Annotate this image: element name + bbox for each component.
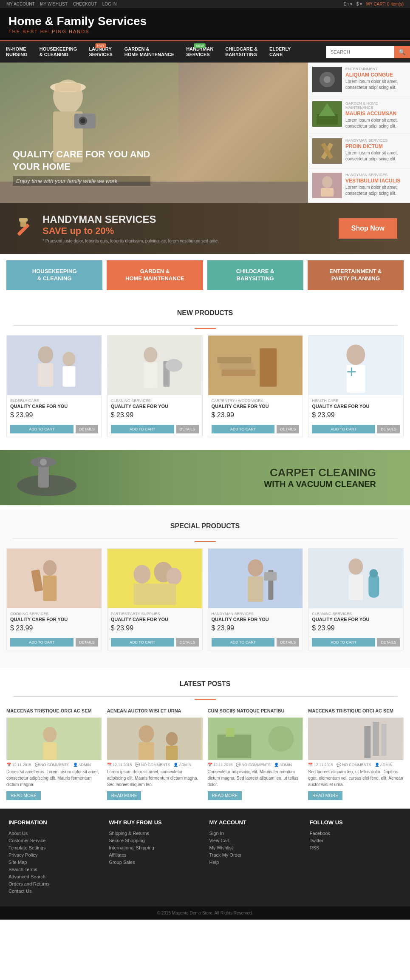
sidebar-text-3: Lorem ipsum dolor sit amet, consectetur …: [345, 185, 406, 197]
currency-selector[interactable]: $ ▾: [356, 2, 362, 6]
special-details-0[interactable]: DETAILS: [76, 638, 98, 647]
read-more-3[interactable]: READ MORE: [308, 791, 342, 800]
login-link[interactable]: LOG IN: [102, 2, 117, 6]
nav-item-childcare[interactable]: CHILDCARE & BABYSITTING: [219, 41, 263, 63]
special-add-to-cart-3[interactable]: ADD TO CART: [312, 638, 375, 647]
svg-rect-79: [373, 722, 379, 756]
nav-item-housekeeping[interactable]: HOUSEKEEPING & CLEANING: [34, 41, 83, 63]
special-details-3[interactable]: DETAILS: [377, 638, 400, 647]
special-product-cat-1: PARTIES/PARTY SUPPLIES: [111, 612, 199, 616]
product-name-3: QUALITY CARE FOR YOU: [312, 404, 400, 409]
add-to-cart-1[interactable]: ADD TO CART: [111, 425, 174, 433]
special-products-inner: SPECIAL PRODUCTS COOKING SERVICES QUALIT…: [0, 510, 410, 659]
sidebar-item-2: HANDYMAN SERVICES PROIN DICTUM Lorem ips…: [308, 134, 410, 168]
my-account-link[interactable]: MY ACCOUNT: [6, 2, 35, 6]
shop-now-button[interactable]: Shop Now: [339, 218, 397, 239]
new-product-1: CLEANING SERVICES QUALITY CARE FOR YOU $…: [107, 335, 203, 437]
svg-rect-78: [309, 718, 403, 760]
special-add-to-cart-2[interactable]: ADD TO CART: [212, 638, 275, 647]
cart-info[interactable]: MY CART: 0 item(s): [366, 2, 404, 6]
footer-link-template[interactable]: Template Settings: [8, 845, 100, 850]
footer-link-about[interactable]: About Us: [8, 831, 100, 836]
sidebar-title-0[interactable]: ALIQUAM CONGUE: [345, 72, 406, 78]
nav-link-housekeeping[interactable]: HOUSEKEEPING & CLEANING: [34, 41, 83, 63]
footer-col-title-3: FOLLOW US: [310, 819, 402, 826]
post-title-1: AENEAN AUCTOR WISI ET URNA: [107, 706, 203, 715]
svg-point-26: [62, 352, 75, 366]
footer-link-shipping[interactable]: Shipping & Returns: [109, 831, 201, 836]
checkout-link[interactable]: CHECKOUT: [73, 2, 97, 6]
svg-point-48: [43, 560, 57, 575]
footer-link-groupsales[interactable]: Group Sales: [109, 860, 201, 865]
footer-link-rss[interactable]: RSS: [310, 845, 402, 850]
cat-box-housekeeping[interactable]: HOUSEKEEPING & CLEANING: [6, 260, 102, 290]
product-price-0: $ 23.99: [10, 411, 98, 419]
footer-link-sitemap[interactable]: Site Map: [8, 860, 100, 865]
top-bar-right: En ▾ $ ▾ MY CART: 0 item(s): [344, 2, 404, 6]
footer-link-wishlist[interactable]: My Wishlist: [209, 845, 301, 850]
add-to-cart-3[interactable]: ADD TO CART: [312, 425, 375, 433]
svg-point-72: [166, 732, 178, 746]
nav-item-handyman[interactable]: NEW HANDYMAN SERVICES: [180, 41, 219, 63]
special-add-to-cart-0[interactable]: ADD TO CART: [10, 638, 74, 647]
special-add-to-cart-1[interactable]: ADD TO CART: [111, 638, 174, 647]
language-selector[interactable]: En ▾: [344, 2, 352, 6]
footer-link-affiliates[interactable]: Affiliates: [109, 852, 201, 858]
nav-link-elderly[interactable]: ELDERLY CARE: [263, 41, 297, 63]
search-input[interactable]: [326, 46, 394, 58]
special-product-name-3: QUALITY CARE FOR YOU: [312, 617, 400, 622]
footer-link-customer[interactable]: Customer Service: [8, 838, 100, 843]
svg-point-10: [324, 76, 331, 83]
footer-link-secure[interactable]: Secure Shopping: [109, 838, 201, 843]
footer-link-advancedsearch[interactable]: Advanced Search: [8, 874, 100, 879]
details-0[interactable]: DETAILS: [76, 425, 98, 433]
add-to-cart-2[interactable]: ADD TO CART: [212, 425, 275, 433]
nav-item-laundry[interactable]: HOT LAUNDRY SERVICES: [83, 41, 118, 63]
footer-link-trackorder[interactable]: Track My Order: [209, 852, 301, 858]
footer-link-orders[interactable]: Orders and Returns: [8, 881, 100, 886]
special-product-img-cooking: [7, 549, 102, 608]
sidebar-title-2[interactable]: PROIN DICTUM: [345, 143, 406, 149]
details-2[interactable]: DETAILS: [277, 425, 299, 433]
details-3[interactable]: DETAILS: [377, 425, 400, 433]
footer-link-searchterms[interactable]: Search Terms: [8, 867, 100, 872]
nav-item-elderly[interactable]: ELDERLY CARE: [263, 41, 297, 63]
sidebar-cat-1: GARDEN & HOME MAINTENANCE: [345, 101, 406, 110]
cat-box-entertainment[interactable]: ENTERTAINMENT & PARTY PLANNING: [308, 260, 404, 290]
product-actions-0: ADD TO CART DETAILS: [7, 425, 102, 437]
nav-item-inhome[interactable]: IN-HOME NURSING: [0, 41, 34, 63]
footer-link-viewcart[interactable]: View Cart: [209, 838, 301, 843]
read-more-0[interactable]: READ MORE: [6, 791, 41, 800]
sidebar-title-3[interactable]: VESTIBULUM IACULIS: [345, 178, 406, 184]
search-button[interactable]: 🔍: [394, 46, 410, 58]
footer-link-privacy[interactable]: Privacy Policy: [8, 852, 100, 858]
footer-link-twitter[interactable]: Twitter: [310, 838, 402, 843]
sidebar-text-2: Lorem ipsum dolor sit amet, consectetur …: [345, 150, 406, 162]
add-to-cart-0[interactable]: ADD TO CART: [10, 425, 74, 433]
special-details-2[interactable]: DETAILS: [277, 638, 299, 647]
my-wishlist-link[interactable]: MY WISHLIST: [40, 2, 68, 6]
cat-box-childcare[interactable]: CHILDCARE & BABYSITTING: [207, 260, 303, 290]
special-details-1[interactable]: DETAILS: [176, 638, 199, 647]
banner-line1: HANDYMAN SERVICES: [42, 214, 219, 225]
product-name-2: QUALITY CARE FOR YOU: [212, 404, 300, 409]
footer-link-signin[interactable]: Sign In: [209, 831, 301, 836]
sidebar-img-handyman: [312, 138, 342, 164]
nav-link-childcare[interactable]: CHILDCARE & BABYSITTING: [219, 41, 263, 63]
read-more-1[interactable]: READ MORE: [107, 791, 141, 800]
read-more-2[interactable]: READ MORE: [208, 791, 242, 800]
cat-box-garden[interactable]: GARDEN & HOME MAINTENANCE: [107, 260, 203, 290]
product-name-0: QUALITY CARE FOR YOU: [10, 404, 98, 409]
footer-link-help[interactable]: Help: [209, 860, 301, 865]
nav-link-inhome[interactable]: IN-HOME NURSING: [0, 41, 34, 63]
special-product-img-handyman: [208, 549, 303, 608]
footer-link-intlship[interactable]: International Shipping: [109, 845, 201, 850]
nav-item-garden[interactable]: GARDEN & HOME MAINTENANCE: [119, 41, 180, 63]
nav-link-garden[interactable]: GARDEN & HOME MAINTENANCE: [119, 41, 180, 63]
footer-link-facebook[interactable]: Facebook: [310, 831, 402, 836]
footer-link-contact[interactable]: Contact Us: [8, 889, 100, 894]
sidebar-content-2: HANDYMAN SERVICES PROIN DICTUM Lorem ips…: [345, 138, 406, 164]
sidebar-title-1[interactable]: MAURIS ACCUMSAN: [345, 111, 406, 117]
details-1[interactable]: DETAILS: [176, 425, 199, 433]
post-text-1: Lorem ipsum dolor sit amet, consectetur …: [107, 769, 203, 788]
